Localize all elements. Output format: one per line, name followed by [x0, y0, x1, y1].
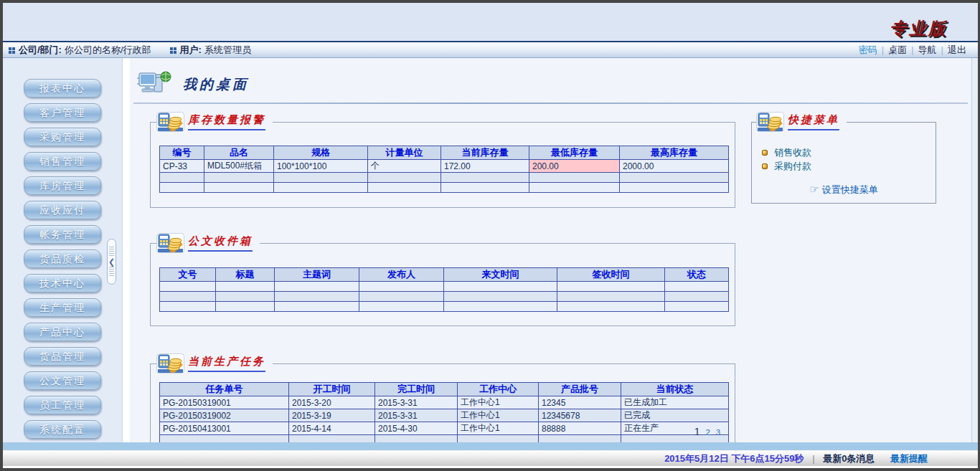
quick-item-sales-receipt[interactable]: 销售收款 [762, 146, 811, 159]
docs-panel-badge: 公文收件箱 [156, 232, 260, 256]
user-label: 用户: [180, 42, 202, 57]
table-cell [557, 292, 665, 302]
sidebar-item-report-center[interactable]: 报表中心 [24, 79, 101, 97]
sidebar: 报表中心 客户管理 采购管理 销售管理 库房管理 应收应付 帐务管理 货品质检 … [3, 58, 123, 442]
table-cell [665, 282, 729, 292]
document-inbox-panel: 公文收件箱 文号 标题 主题词 发布人 来文时间 签收时间 状态 [150, 243, 735, 326]
sidebar-item-purchase-mgmt[interactable]: 采购管理 [24, 128, 101, 146]
column-header: 最低库存量 [529, 146, 620, 160]
quick-item-label: 销售收款 [774, 146, 811, 159]
production-row[interactable]: PG-20150319001 2015-3-20 2015-3-31 工作中心1… [160, 396, 729, 409]
table-cell [160, 292, 216, 302]
table-cell: PG-20150319001 [160, 396, 289, 409]
sidebar-item-sales-mgmt[interactable]: 销售管理 [24, 152, 101, 171]
table-cell [160, 302, 216, 312]
desktop-link[interactable]: 桌面 [884, 42, 911, 57]
navigation-link[interactable]: 导航 [914, 42, 941, 57]
logout-link[interactable]: 退出 [943, 42, 971, 57]
inventory-panel-badge: 库存数量报警 [156, 110, 273, 135]
column-header: 标题 [216, 268, 275, 282]
page-2-link[interactable]: 2 [706, 428, 710, 437]
docs-panel-title: 公文收件箱 [188, 234, 253, 252]
column-header: 规格 [274, 146, 368, 160]
chevron-left-icon: ❮ [108, 258, 115, 265]
column-header: 当前状态 [621, 383, 729, 396]
production-row[interactable]: PG-20150413001 2015-4-14 2015-4-30 工作中心1… [160, 422, 729, 435]
table-cell [275, 282, 359, 292]
docs-empty-row [160, 292, 729, 302]
page-1-current[interactable]: 1 [694, 425, 699, 437]
table-cell [160, 183, 204, 193]
table-cell [160, 173, 204, 183]
quick-item-label: 采购付款 [774, 160, 811, 173]
table-cell: PG-20150319002 [160, 409, 289, 422]
column-header: 品名 [204, 146, 274, 160]
sidebar-item-customer-mgmt[interactable]: 客户管理 [24, 103, 101, 122]
quick-menu-panel: 快捷菜单 销售收款 采购付款 ☞设置快捷菜单 [751, 122, 936, 204]
table-cell: 已生成加工 [621, 396, 729, 409]
inventory-header-row: 编号 品名 规格 计量单位 当前库存量 最低库存量 最高库存量 [160, 146, 729, 160]
top-banner: 专业版 [3, 3, 978, 41]
production-panel-title: 当前生产任务 [188, 355, 265, 372]
sidebar-item-system-config[interactable]: 系统配置 [24, 420, 101, 439]
sidebar-item-product-center[interactable]: 产品中心 [24, 323, 101, 341]
quick-item-purchase-payment[interactable]: 采购付款 [762, 159, 811, 173]
docs-empty-row [160, 302, 729, 312]
bullet-icon [762, 163, 768, 169]
sidebar-item-quality-inspection[interactable]: 货品质检 [24, 249, 101, 268]
sidebar-item-warehouse-mgmt[interactable]: 库房管理 [24, 176, 101, 195]
pointing-hand-icon: ☞ [809, 183, 819, 195]
min-stock-alert-cell: 200.00 [529, 160, 620, 173]
sidebar-collapse-handle[interactable]: ❮ [107, 239, 116, 285]
table-cell: 2015-3-31 [375, 409, 458, 422]
edition-logo: 专业版 [890, 17, 948, 40]
table-cell [529, 183, 620, 193]
table-cell [665, 302, 729, 312]
sidebar-item-goods-mgmt[interactable]: 货品管理 [24, 347, 101, 366]
column-header: 最高库存量 [620, 146, 729, 160]
table-cell: 个 [368, 160, 441, 173]
topbar: 公司/部门: 你公司的名称/行政部 用户: 系统管理员 密码 | 桌面 | 导航… [3, 41, 978, 58]
table-cell [665, 292, 729, 302]
table-cell [274, 173, 368, 183]
table-cell: 工作中心1 [458, 422, 539, 435]
vertical-scrollbar[interactable] [971, 58, 978, 442]
table-cell [359, 302, 444, 312]
table-cell: 100*100*100 [274, 160, 368, 173]
set-quick-menu-link[interactable]: ☞设置快捷菜单 [752, 183, 936, 196]
calculator-coins-icon [156, 232, 185, 254]
sidebar-item-production-mgmt[interactable]: 生产管理 [24, 298, 101, 317]
table-cell: 12345 [539, 396, 621, 409]
topbar-links: 密码 | 桌面 | 导航 | 退出 [854, 42, 971, 57]
column-header: 主题词 [275, 268, 359, 282]
quick-menu-items: 销售收款 采购付款 [762, 146, 811, 173]
column-header: 计量单位 [368, 146, 441, 160]
column-header: 当前库存量 [441, 146, 529, 160]
sidebar-item-tech-center[interactable]: 技术中心 [24, 274, 101, 292]
latest-reminder-link[interactable]: 最新提醒 [890, 453, 928, 464]
table-cell [368, 183, 441, 193]
sidebar-item-employee-mgmt[interactable]: 员工管理 [24, 396, 101, 414]
column-header: 产品批号 [539, 383, 621, 396]
table-cell: 2015-4-30 [375, 422, 458, 435]
page-3-link[interactable]: 3 [716, 428, 720, 437]
app-window: 专业版 公司/部门: 你公司的名称/行政部 用户: 系统管理员 密码 | 桌面 … [0, 0, 980, 471]
production-row[interactable]: PG-20150319002 2015-3-19 2015-3-31 工作中心1… [160, 409, 729, 422]
password-link[interactable]: 密码 [854, 42, 882, 57]
latest-messages-link[interactable]: 最新0条消息 [823, 453, 875, 464]
inventory-empty-row [160, 173, 729, 183]
sidebar-item-receivable-payable[interactable]: 应收应付 [24, 201, 101, 219]
table-cell [216, 282, 275, 292]
column-header: 任务单号 [160, 383, 289, 396]
table-cell: 2015-3-31 [375, 396, 458, 409]
sidebar-item-document-mgmt[interactable]: 公文管理 [24, 371, 101, 390]
table-cell [444, 302, 557, 312]
company-label: 公司/部门: [19, 42, 62, 57]
table-cell: 2000.00 [620, 160, 729, 173]
table-cell [204, 183, 274, 193]
sidebar-item-accounting-mgmt[interactable]: 帐务管理 [24, 225, 101, 244]
table-cell: 88888 [539, 422, 621, 435]
inventory-row[interactable]: CP-33 MDL500#纸箱 100*100*100 个 172.00 200… [160, 160, 729, 173]
column-header: 文号 [160, 268, 216, 282]
horizontal-scrollbar[interactable] [3, 442, 978, 450]
